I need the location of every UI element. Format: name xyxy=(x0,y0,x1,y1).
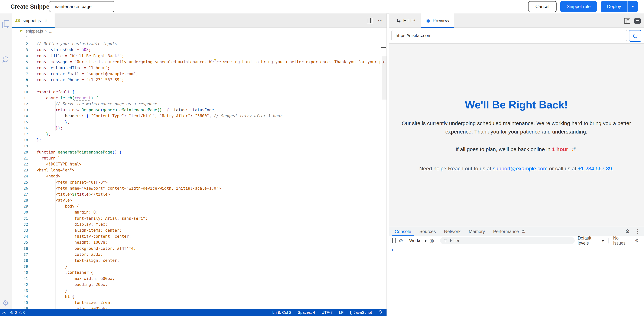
line-number[interactable]: 24 xyxy=(12,173,28,179)
log-levels-selector[interactable]: Default levels ▾ xyxy=(578,236,604,246)
cursor-position[interactable]: Ln 8, Col 2 xyxy=(272,310,291,315)
tab-snippet-js[interactable]: JS snippet.js × xyxy=(12,14,54,28)
code-line[interactable]: 43} xyxy=(12,287,387,293)
line-number[interactable]: 32 xyxy=(12,221,28,227)
line-number[interactable]: 17 xyxy=(12,131,28,137)
breadcrumb-more[interactable]: ... xyxy=(49,29,52,34)
support-email-link[interactable]: support@example.com xyxy=(492,165,548,171)
code-line[interactable]: 13return new Response(generateMaintenanc… xyxy=(12,107,387,113)
devtools-kebab-menu-icon[interactable]: ⋮ xyxy=(635,228,640,234)
line-number[interactable]: 38 xyxy=(12,257,28,263)
line-number[interactable]: 46 xyxy=(12,305,28,309)
code-line[interactable]: 39} xyxy=(12,263,387,269)
code-line[interactable]: 25<meta charset="UTF-8"> xyxy=(12,179,387,185)
line-number[interactable]: 11 xyxy=(12,95,28,101)
code-line[interactable]: 42padding: 20px; xyxy=(12,281,387,287)
more-actions-icon[interactable]: ⋯ xyxy=(378,18,383,23)
code-line[interactable]: 32display: flex; xyxy=(12,221,387,227)
code-line[interactable]: 12// Serve the maintenance page as a res… xyxy=(12,101,387,107)
discord-icon[interactable] xyxy=(634,18,641,24)
line-number[interactable]: 37 xyxy=(12,251,28,257)
line-number[interactable]: 25 xyxy=(12,179,28,185)
code-line[interactable]: 31font-family: Arial, sans-serif; xyxy=(12,215,387,221)
code-line[interactable]: 34justify-content: center; xyxy=(12,233,387,239)
line-number[interactable]: 14 xyxy=(12,113,28,119)
line-number[interactable]: 26 xyxy=(12,185,28,191)
line-number[interactable]: 9 xyxy=(12,83,28,89)
language-mode[interactable]: {} JavaScript xyxy=(350,310,372,315)
cancel-button[interactable]: Cancel xyxy=(528,1,556,12)
search-icon[interactable] xyxy=(2,56,10,64)
code-line[interactable]: 21return ` xyxy=(12,155,387,161)
code-line[interactable]: 28<style> xyxy=(12,197,387,203)
close-tab-icon[interactable]: × xyxy=(44,18,48,24)
code-line[interactable]: 37color: #333; xyxy=(12,251,387,257)
docs-book-icon[interactable] xyxy=(624,18,630,24)
line-number[interactable]: 34 xyxy=(12,233,28,239)
code-line[interactable]: 7const contactEmail = "support@example.c… xyxy=(12,71,387,77)
code-line[interactable]: 45font-size: 2rem; xyxy=(12,299,387,305)
code-line[interactable]: 4const title = "We'll Be Right Back!"; xyxy=(12,53,387,59)
line-number[interactable]: 27 xyxy=(12,191,28,197)
code-line[interactable]: 1 xyxy=(12,35,387,41)
snippet-name-input[interactable] xyxy=(49,1,114,12)
line-number[interactable]: 30 xyxy=(12,209,28,215)
console-sidebar-icon[interactable] xyxy=(390,238,396,243)
line-number[interactable]: 35 xyxy=(12,239,28,245)
line-number[interactable]: 21 xyxy=(12,155,28,161)
snippet-rule-button[interactable]: Snippet rule xyxy=(560,1,597,12)
line-number[interactable]: 15 xyxy=(12,119,28,125)
devtools-settings-gear-icon[interactable]: ⚙ xyxy=(625,228,630,234)
problems-indicator[interactable]: ⊘ 0 ⚠ 0 xyxy=(8,309,28,316)
line-number[interactable]: 44 xyxy=(12,293,28,299)
line-number[interactable]: 39 xyxy=(12,263,28,269)
line-number[interactable]: 43 xyxy=(12,287,28,293)
code-line[interactable]: 40.container { xyxy=(12,269,387,275)
line-number[interactable]: 41 xyxy=(12,276,28,281)
line-number[interactable]: 22 xyxy=(12,161,28,167)
eol[interactable]: LF xyxy=(339,310,344,315)
code-line[interactable]: 9 xyxy=(12,83,387,89)
line-number[interactable]: 33 xyxy=(12,227,28,233)
code-line[interactable]: 11async fetch(request) { xyxy=(12,95,387,101)
line-number[interactable]: 7 xyxy=(12,71,28,77)
console-prompt[interactable]: › xyxy=(389,245,644,254)
code-line[interactable]: 41max-width: 600px; xyxy=(12,276,387,281)
line-number[interactable]: 2 xyxy=(12,41,28,47)
line-number[interactable]: 23 xyxy=(12,167,28,173)
code-line[interactable]: 19 xyxy=(12,143,387,149)
line-number[interactable]: 16 xyxy=(12,125,28,131)
code-editor[interactable]: 12// Define your customizable inputs3con… xyxy=(12,35,387,309)
issues-counter[interactable]: No Issues xyxy=(613,236,630,246)
console-settings-gear-icon[interactable]: ⚙ xyxy=(635,238,639,244)
code-line[interactable]: 44h1 { xyxy=(12,293,387,299)
code-line[interactable]: 30margin: 0; xyxy=(12,209,387,215)
console-filter-input[interactable]: Filter xyxy=(440,237,575,244)
line-number[interactable]: 40 xyxy=(12,269,28,275)
notifications-bell-icon[interactable] xyxy=(378,310,382,315)
breadcrumb-file[interactable]: snippet.js xyxy=(26,29,43,34)
line-number[interactable]: 4 xyxy=(12,53,28,59)
line-number[interactable]: 18 xyxy=(12,137,28,143)
line-number[interactable]: 29 xyxy=(12,203,28,209)
line-number[interactable]: 1 xyxy=(12,35,28,41)
code-line[interactable]: 18}; xyxy=(12,137,387,143)
live-expression-eye-icon[interactable]: ◎ xyxy=(430,238,434,244)
line-number[interactable]: 8 xyxy=(12,77,28,83)
pane-divider[interactable] xyxy=(386,14,386,316)
clear-console-icon[interactable]: ⊘ xyxy=(399,238,403,244)
code-line[interactable]: 35height: 100vh; xyxy=(12,239,387,245)
devtools-tab-network[interactable]: Network xyxy=(440,227,464,236)
line-number[interactable]: 19 xyxy=(12,143,28,149)
editor-scrollbar[interactable] xyxy=(382,56,387,100)
indentation[interactable]: Spaces: 4 xyxy=(298,310,315,315)
context-selector[interactable]: Worker ▾ xyxy=(409,238,426,243)
code-line[interactable]: 46color: #0056b3; xyxy=(12,305,387,309)
line-number[interactable]: 31 xyxy=(12,215,28,221)
devtools-tab-console[interactable]: Console xyxy=(390,227,415,236)
code-line[interactable]: 8const contactPhone = "+1 234 567 89"; xyxy=(12,77,387,83)
code-line[interactable]: 10export default { xyxy=(12,89,387,95)
code-line[interactable]: 15}, xyxy=(12,119,387,125)
code-line[interactable]: 14headers: { "Content-Type": "text/html"… xyxy=(12,113,387,119)
url-input[interactable]: https://nikitac.com xyxy=(391,30,627,41)
